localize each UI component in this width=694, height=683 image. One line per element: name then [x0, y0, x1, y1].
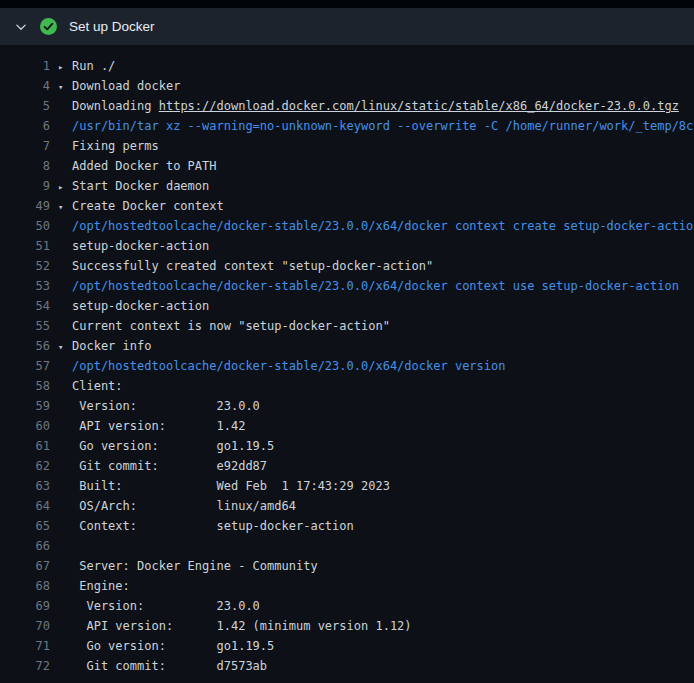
log-group-line[interactable]: 4▾Download docker [0, 76, 694, 96]
line-content: /usr/bin/tar xz --warning=no-unknown-key… [50, 116, 694, 136]
log-text: Successfully created context "setup-dock… [72, 259, 433, 273]
log-group-line[interactable]: 49▾Create Docker context [0, 196, 694, 216]
log-line: 70 API version: 1.42 (minimum version 1.… [0, 616, 694, 636]
line-content: Go version: go1.19.5 [50, 636, 694, 656]
line-number[interactable]: 49 [0, 196, 50, 216]
line-content: Go version: go1.19.5 [50, 436, 694, 456]
log-line: 57/opt/hostedtoolcache/docker-stable/23.… [0, 356, 694, 376]
line-content: Server: Docker Engine - Community [50, 556, 694, 576]
log-line: 54setup-docker-action [0, 296, 694, 316]
log-line: 53/opt/hostedtoolcache/docker-stable/23.… [0, 276, 694, 296]
line-number[interactable]: 64 [0, 496, 50, 516]
line-content: /opt/hostedtoolcache/docker-stable/23.0.… [50, 356, 694, 376]
log-text: /opt/hostedtoolcache/docker-stable/23.0.… [72, 219, 694, 233]
line-number[interactable]: 52 [0, 256, 50, 276]
log-text: Server: Docker Engine - Community [72, 559, 318, 573]
log-text: setup-docker-action [72, 239, 209, 253]
log-line: 5Downloading https://download.docker.com… [0, 96, 694, 116]
step-log: 1▸Run ./4▾Download docker5Downloading ht… [0, 45, 694, 683]
line-number[interactable]: 65 [0, 516, 50, 536]
line-number[interactable]: 63 [0, 476, 50, 496]
line-number[interactable]: 1 [0, 56, 50, 76]
log-text: Current context is now "setup-docker-act… [72, 319, 390, 333]
line-number[interactable]: 51 [0, 236, 50, 256]
line-number[interactable]: 68 [0, 576, 50, 596]
chevron-collapsed-icon: ▸ [58, 57, 72, 76]
log-line: 51setup-docker-action [0, 236, 694, 256]
group-title: Start Docker daemon [72, 179, 209, 193]
line-number[interactable]: 50 [0, 216, 50, 236]
log-text: setup-docker-action [72, 299, 209, 313]
line-content: ▾Download docker [50, 76, 694, 96]
line-content: Current context is now "setup-docker-act… [50, 316, 694, 336]
line-number[interactable]: 9 [0, 176, 50, 196]
log-text: /usr/bin/tar xz --warning=no-unknown-key… [72, 119, 694, 133]
line-content: Fixing perms [50, 136, 694, 156]
log-line: 66 [0, 536, 694, 556]
log-line: 63 Built: Wed Feb 1 17:43:29 2023 [0, 476, 694, 496]
line-number[interactable]: 7 [0, 136, 50, 156]
log-line: 60 API version: 1.42 [0, 416, 694, 436]
group-title: Docker info [72, 339, 151, 353]
log-text: Engine: [72, 579, 130, 593]
line-number[interactable]: 53 [0, 276, 50, 296]
log-line: 71 Go version: go1.19.5 [0, 636, 694, 656]
line-number[interactable]: 69 [0, 596, 50, 616]
chevron-down-icon [14, 21, 28, 33]
line-number[interactable]: 60 [0, 416, 50, 436]
chevron-expanded-icon: ▾ [58, 77, 72, 96]
line-number[interactable]: 57 [0, 356, 50, 376]
log-group-line[interactable]: 56▾Docker info [0, 336, 694, 356]
line-content: Downloading https://download.docker.com/… [50, 96, 694, 116]
log-line: 52Successfully created context "setup-do… [0, 256, 694, 276]
log-text: Git commit: d7573ab [72, 659, 267, 673]
log-group-line[interactable]: 1▸Run ./ [0, 56, 694, 76]
log-text: Added Docker to PATH [72, 159, 217, 173]
line-number[interactable]: 72 [0, 656, 50, 676]
line-content: OS/Arch: linux/amd64 [50, 496, 694, 516]
group-title: Download docker [72, 79, 180, 93]
step-header[interactable]: Set up Docker [0, 8, 694, 45]
line-number[interactable]: 62 [0, 456, 50, 476]
line-content: Engine: [50, 576, 694, 596]
top-gap [0, 0, 694, 8]
line-content: Successfully created context "setup-dock… [50, 256, 694, 276]
line-number[interactable]: 4 [0, 76, 50, 96]
log-text: Git commit: e92dd87 [72, 459, 267, 473]
log-text: API version: 1.42 (minimum version 1.12) [72, 619, 412, 633]
line-number[interactable]: 54 [0, 296, 50, 316]
line-number[interactable]: 59 [0, 396, 50, 416]
line-content: ▸Start Docker daemon [50, 176, 694, 196]
line-content: Version: 23.0.0 [50, 396, 694, 416]
line-number[interactable]: 61 [0, 436, 50, 456]
chevron-expanded-icon: ▾ [58, 197, 72, 216]
line-number[interactable]: 71 [0, 636, 50, 656]
log-line: 69 Version: 23.0.0 [0, 596, 694, 616]
line-number[interactable]: 56 [0, 336, 50, 356]
line-number[interactable]: 8 [0, 156, 50, 176]
log-lines: 1▸Run ./4▾Download docker5Downloading ht… [0, 56, 694, 676]
log-text: /opt/hostedtoolcache/docker-stable/23.0.… [72, 279, 679, 293]
line-content: ▾Create Docker context [50, 196, 694, 216]
log-link[interactable]: https://download.docker.com/linux/static… [159, 99, 679, 113]
log-text: Version: 23.0.0 [72, 599, 260, 613]
line-content: Git commit: d7573ab [50, 656, 694, 676]
log-line: 65 Context: setup-docker-action [0, 516, 694, 536]
line-number[interactable]: 70 [0, 616, 50, 636]
line-content: Added Docker to PATH [50, 156, 694, 176]
log-line: 55Current context is now "setup-docker-a… [0, 316, 694, 336]
line-content: Version: 23.0.0 [50, 596, 694, 616]
log-line: 67 Server: Docker Engine - Community [0, 556, 694, 576]
line-number[interactable]: 66 [0, 536, 50, 556]
log-text: API version: 1.42 [72, 419, 245, 433]
line-number[interactable]: 58 [0, 376, 50, 396]
line-number[interactable]: 55 [0, 316, 50, 336]
line-number[interactable]: 6 [0, 116, 50, 136]
log-line: 8Added Docker to PATH [0, 156, 694, 176]
log-line: 7Fixing perms [0, 136, 694, 156]
log-line: 62 Git commit: e92dd87 [0, 456, 694, 476]
line-number[interactable]: 5 [0, 96, 50, 116]
log-group-line[interactable]: 9▸Start Docker daemon [0, 176, 694, 196]
chevron-collapsed-icon: ▸ [58, 177, 72, 196]
line-number[interactable]: 67 [0, 556, 50, 576]
